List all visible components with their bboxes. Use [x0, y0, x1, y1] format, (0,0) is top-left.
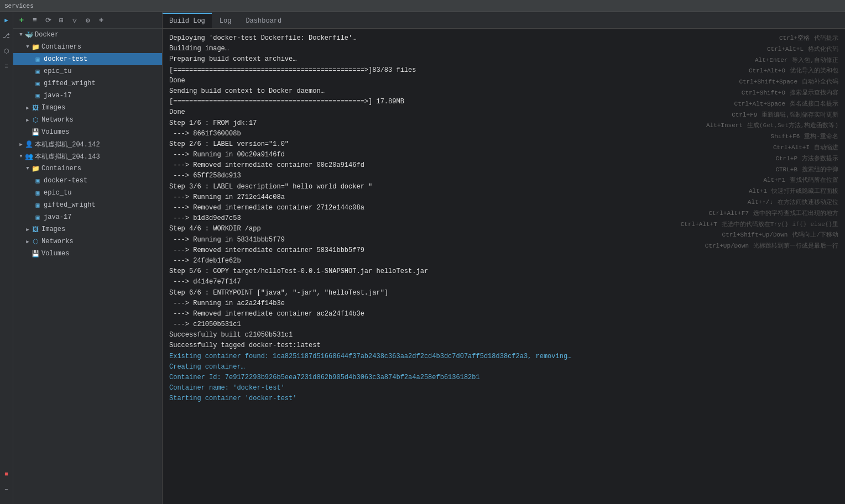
- tree-node-networks-2[interactable]: ▶ ⬡ Networks: [13, 235, 162, 248]
- arrow-host-143: ▼: [18, 153, 24, 160]
- log-line-3: [=======================================…: [169, 65, 838, 76]
- log-line-11: ---> 8661f360008b: [169, 129, 838, 139]
- log-line-18: ---> Removed intermediate container 2712…: [169, 203, 838, 213]
- top-bar-title: Services: [4, 3, 34, 9]
- top-bar: Services: [0, 0, 845, 12]
- log-line-14: ---> Removed intermediate container 00c2…: [169, 160, 838, 171]
- side-icon-minus[interactable]: −: [1, 484, 12, 495]
- toolbar-btn-add-green[interactable]: +: [15, 14, 28, 27]
- container-icon-java-17-2: ▣: [33, 213, 42, 222]
- arrow-networks-2: ▶: [24, 238, 31, 245]
- log-line-19: ---> b1d3d9ed7c53: [169, 213, 838, 224]
- tree-node-java-17[interactable]: ▣ java-17: [13, 90, 162, 102]
- left-toolbar: + ≡ ⟳ ⊞ ▽ ⚙ +: [13, 12, 162, 29]
- docker-label: Docker: [35, 31, 59, 39]
- tree-area: ▼ 🐳 Docker ▼ 📁 Containers ▣ docker-test: [13, 29, 162, 504]
- log-line-4: Done: [169, 76, 838, 86]
- tree-node-host-142[interactable]: ▶ 👤 本机虚拟机_204.142: [13, 138, 162, 150]
- toolbar-btn-filter[interactable]: ▽: [69, 14, 81, 27]
- toolbar-btn-refresh[interactable]: ⟳: [42, 14, 54, 27]
- log-line-6: Sending build context to Docker daemon…: [169, 86, 838, 97]
- log-line-8: Done: [169, 107, 838, 118]
- tree-node-containers-1[interactable]: ▼ 📁 Containers: [13, 41, 162, 53]
- network-icon-1: ⬡: [31, 116, 40, 124]
- host-143-label: 本机虚拟机_204.143: [35, 152, 100, 161]
- container-icon-docker-test: ▣: [33, 55, 42, 64]
- tree-node-docker-test[interactable]: ▣ docker-test: [13, 53, 162, 65]
- arrow-networks-1: ▶: [24, 117, 31, 123]
- tree-node-gifted-wright-2[interactable]: ▣ gifted_wright: [13, 199, 162, 211]
- log-line-7: [=======================================…: [169, 97, 838, 107]
- tab-build-log[interactable]: Build Log: [163, 13, 212, 28]
- tree-node-images-1[interactable]: ▶ 🖼 Images: [13, 102, 162, 114]
- log-line-37: Starting container 'docker-test': [169, 393, 838, 404]
- tab-bar: Build Log Log Dashboard: [163, 12, 845, 29]
- container-icon-gifted-wright-2: ▣: [33, 201, 42, 209]
- tree-node-docker[interactable]: ▼ 🐳 Docker: [13, 29, 162, 41]
- log-line-10: Step 1/6 : FROM jdk:17: [169, 118, 838, 129]
- volumes-2-label: Volumes: [41, 250, 69, 258]
- volume-icon-1: 💾: [31, 128, 40, 136]
- log-line-27: ---> Running in ac2a24f14b3e: [169, 298, 838, 309]
- java-17-2-label: java-17: [44, 213, 71, 221]
- log-content[interactable]: Deploying 'docker-test Dockerfile: Docke…: [163, 29, 845, 504]
- docker-test-2-label: docker-test: [44, 177, 87, 185]
- arrow-containers-1: ▼: [24, 44, 31, 50]
- tab-dashboard[interactable]: Dashboard: [239, 13, 288, 28]
- log-line-28: ---> Removed intermediate container ac2a…: [169, 309, 838, 319]
- java-17-label: java-17: [44, 92, 71, 99]
- containers-1-label: Containers: [41, 43, 81, 51]
- log-line-21: ---> Running in 58341bbb5f79: [169, 235, 838, 245]
- left-panel: + ≡ ⟳ ⊞ ▽ ⚙ + ▼ 🐳 Docker ▼ 📁 Containers: [13, 12, 163, 504]
- log-line-26: Step 6/6 : ENTRYPOINT ["java", "-jar", "…: [169, 288, 838, 298]
- tree-node-containers-2[interactable]: ▼ 📁 Containers: [13, 162, 162, 175]
- host-142-label: 本机虚拟机_204.142: [35, 140, 100, 149]
- tree-node-host-143[interactable]: ▼ 👥 本机虚拟机_204.143: [13, 150, 162, 162]
- side-icon-stop[interactable]: ■: [1, 469, 12, 480]
- arrow-images-2: ▶: [24, 226, 31, 233]
- tree-node-networks-1[interactable]: ▶ ⬡ Networks: [13, 114, 162, 126]
- side-icon-play[interactable]: ▶: [1, 14, 12, 25]
- image-icon-1: 🖼: [31, 103, 40, 112]
- log-line-1: Building image…: [169, 44, 838, 54]
- log-line-32: Successfully tagged docker-test:latest: [169, 340, 838, 351]
- tree-node-volumes-2[interactable]: 💾 Volumes: [13, 248, 162, 260]
- log-line-12: Step 2/6 : LABEL version="1.0": [169, 139, 838, 150]
- side-icon-git[interactable]: ⎇: [1, 30, 12, 41]
- volumes-1-label: Volumes: [41, 128, 69, 136]
- tree-node-images-2[interactable]: ▶ 🖼 Images: [13, 223, 162, 235]
- arrow-containers-2: ▼: [24, 165, 31, 172]
- toolbar-btn-grid[interactable]: ⊞: [55, 14, 67, 27]
- tree-node-java-17-2[interactable]: ▣ java-17: [13, 211, 162, 223]
- folder-icon-containers-1: 📁: [31, 43, 40, 51]
- network-icon-2: ⬡: [31, 237, 40, 246]
- toolbar-btn-settings[interactable]: ⚙: [82, 14, 94, 27]
- log-line-25: ---> d414e7e7f147: [169, 277, 838, 287]
- side-icon-cube[interactable]: ⬡: [1, 45, 12, 56]
- image-icon-2: 🖼: [31, 225, 40, 234]
- log-line-17: ---> Running in 2712e144c08a: [169, 192, 838, 203]
- epic-tu-2-label: epic_tu: [44, 189, 71, 197]
- main-layout: ▶ ⎇ ⬡ ≡ ■ − + ≡ ⟳ ⊞ ▽ ⚙ + ▼ 🐳 Docker: [0, 12, 845, 504]
- toolbar-btn-indent[interactable]: ≡: [29, 14, 41, 27]
- container-icon-epic-tu-2: ▣: [33, 188, 42, 197]
- log-line-15: ---> 65ff258dc913: [169, 171, 838, 181]
- toolbar-btn-plus[interactable]: +: [95, 14, 107, 27]
- tree-node-epic-tu-2[interactable]: ▣ epic_tu: [13, 187, 162, 199]
- log-line-34: Creating container…: [169, 362, 838, 372]
- log-line-36: Container name: 'docker-test': [169, 383, 838, 393]
- container-icon-gifted-wright: ▣: [33, 79, 42, 88]
- log-line-23: ---> 24fdeb1fe62b: [169, 256, 838, 266]
- tree-node-docker-test-2[interactable]: ▣ docker-test: [13, 175, 162, 187]
- side-icon-bars[interactable]: ≡: [1, 61, 12, 72]
- networks-1-label: Networks: [41, 116, 74, 124]
- log-line-33: Existing container found: 1ca8251187d516…: [169, 351, 838, 362]
- tree-node-epic-tu[interactable]: ▣ epic_tu: [13, 65, 162, 77]
- tree-node-volumes-1[interactable]: 💾 Volumes: [13, 126, 162, 138]
- tab-log[interactable]: Log: [213, 13, 238, 28]
- tree-node-gifted-wright[interactable]: ▣ gifted_wright: [13, 77, 162, 90]
- docker-icon: 🐳: [24, 30, 33, 39]
- arrow-docker: ▼: [18, 32, 24, 38]
- arrow-host-142: ▶: [18, 141, 24, 148]
- log-line-20: Step 4/6 : WORKDIR /app: [169, 224, 838, 234]
